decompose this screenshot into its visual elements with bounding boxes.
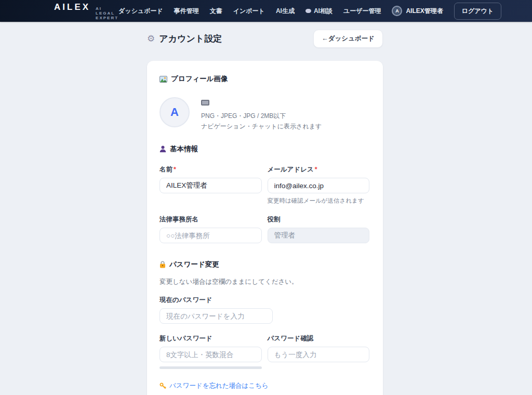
email-input[interactable]: [268, 178, 370, 193]
forgot-password-row[interactable]: パスワードを忘れた場合はこちら: [159, 381, 369, 390]
basic-info-section-title: 基本情報: [170, 144, 198, 154]
firm-field-group: 法律事務所名: [159, 215, 262, 243]
nav-item-import[interactable]: インポート: [233, 7, 265, 16]
nav-links: ダッシュボード 事件管理 文書 インポート AI生成 AI相談 ユーザー管理 A…: [118, 3, 501, 20]
nav-item-dashboard[interactable]: ダッシュボード: [118, 7, 163, 16]
brand-logo: AILEX: [54, 2, 90, 12]
new-password-group: 新しいパスワード: [159, 334, 262, 369]
email-helper-text: 変更時は確認メールが送信されます: [268, 197, 370, 205]
upload-format-hint: PNG・JPEG・JPG / 2MB以下: [201, 111, 322, 121]
page-header: ⚙ アカウント設定 ←ダッシュボード: [147, 31, 383, 46]
confirm-password-label: パスワード確認: [268, 334, 370, 343]
password-section-title: パスワード変更: [169, 260, 219, 269]
page-title-text: アカウント設定: [159, 33, 222, 45]
basic-info-grid-row2: 法律事務所名 役割: [159, 215, 369, 243]
current-password-label: 現在のパスワード: [159, 296, 369, 305]
basic-info-section-heading: 基本情報: [159, 144, 369, 154]
confirm-password-group: パスワード確認: [268, 334, 370, 369]
current-password-input[interactable]: [159, 308, 273, 324]
profile-section-title: プロフィール画像: [171, 74, 228, 84]
nav-item-ai-generate[interactable]: AI生成: [276, 7, 295, 16]
name-label-text: 名前: [159, 166, 172, 173]
email-label-text: メールアドレス: [268, 166, 314, 173]
name-field-group: 名前*: [159, 165, 262, 205]
basic-info-grid-row1: 名前* メールアドレス* 変更時は確認メールが送信されます: [159, 165, 369, 205]
firm-label: 法律事務所名: [159, 215, 262, 224]
new-password-grid: 新しいパスワード パスワード確認: [159, 334, 369, 369]
password-section-heading: パスワード変更: [159, 260, 369, 269]
page-content: ⚙ アカウント設定 ←ダッシュボード プロフィール画像 A PNG・JPEG・J…: [147, 31, 383, 395]
brand: AILEX AI LEGAL EXPERT: [54, 2, 118, 20]
nav-item-user-management[interactable]: ユーザー管理: [343, 7, 381, 16]
profile-avatar[interactable]: A: [159, 97, 190, 127]
lock-icon: [159, 261, 166, 268]
settings-gear-icon: ⚙: [147, 34, 155, 43]
role-input: [268, 228, 370, 243]
picture-frame-icon: [159, 76, 167, 83]
user-name: AILEX管理者: [406, 7, 443, 16]
email-label: メールアドレス*: [268, 165, 370, 174]
name-input[interactable]: [159, 178, 262, 193]
required-mark: *: [174, 166, 176, 173]
user-menu[interactable]: A AILEX管理者: [392, 6, 443, 16]
role-label: 役割: [268, 215, 370, 224]
nav-item-ai-consult-label: AI相談: [314, 7, 332, 16]
user-avatar: A: [392, 6, 402, 16]
password-note: 変更しない場合は空欄のままにしてください。: [159, 278, 369, 286]
firm-input[interactable]: [159, 228, 262, 243]
role-field-group: 役割: [268, 215, 370, 243]
forgot-password-link[interactable]: パスワードを忘れた場合はこちら: [169, 381, 269, 390]
nav-item-case-management[interactable]: 事件管理: [174, 7, 199, 16]
brand-tagline: AI LEGAL EXPERT: [96, 6, 118, 20]
nav-item-documents[interactable]: 文書: [210, 7, 222, 16]
upload-usage-hint: ナビゲーション・チャットに表示されます: [201, 122, 322, 131]
confirm-password-input[interactable]: [268, 347, 370, 362]
person-icon: [159, 146, 166, 153]
profile-section-heading: プロフィール画像: [159, 74, 369, 84]
nav-item-ai-consult[interactable]: AI相談: [305, 7, 332, 16]
name-label: 名前*: [159, 165, 262, 174]
new-password-label: 新しいパスワード: [159, 334, 262, 343]
password-strength-bar: [159, 366, 262, 369]
current-password-group: 現在のパスワード: [159, 296, 369, 324]
top-navigation-bar: AILEX AI LEGAL EXPERT ダッシュボード 事件管理 文書 イン…: [0, 0, 532, 22]
key-icon: [159, 383, 166, 389]
new-password-input[interactable]: [159, 347, 262, 362]
required-mark: *: [315, 166, 317, 173]
profile-upload-meta: PNG・JPEG・JPG / 2MB以下 ナビゲーション・チャットに表示されます: [201, 97, 322, 131]
account-settings-card: プロフィール画像 A PNG・JPEG・JPG / 2MB以下 ナビゲーション・…: [147, 61, 383, 395]
email-field-group: メールアドレス* 変更時は確認メールが送信されます: [268, 165, 370, 205]
page-title: ⚙ アカウント設定: [147, 33, 222, 45]
file-upload-image-placeholder-icon[interactable]: [201, 100, 209, 106]
back-to-dashboard-button[interactable]: ←ダッシュボード: [313, 30, 383, 48]
speech-bubble-icon: [305, 9, 311, 13]
profile-image-row: A PNG・JPEG・JPG / 2MB以下 ナビゲーション・チャットに表示され…: [159, 97, 369, 131]
logout-button[interactable]: ログアウト: [454, 3, 501, 20]
